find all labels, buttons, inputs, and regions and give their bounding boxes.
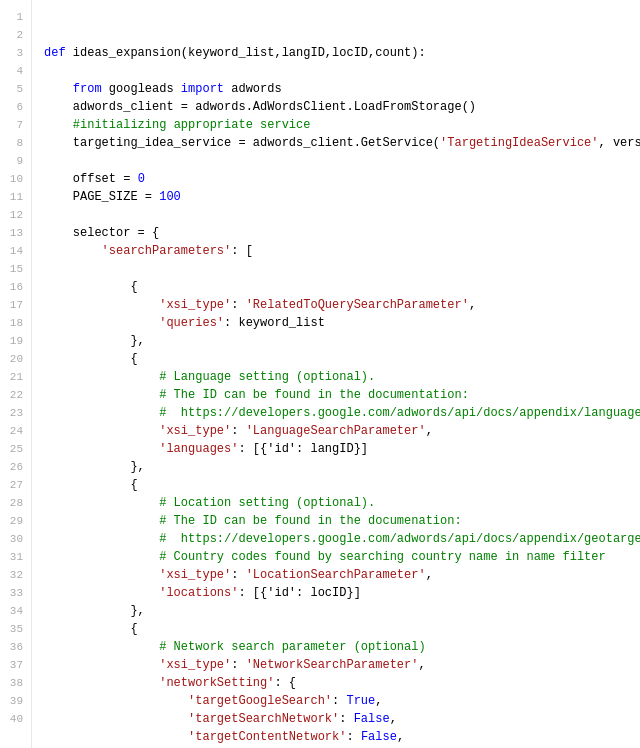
code-line: # Network search parameter (optional) xyxy=(44,638,632,656)
line-number: 24 xyxy=(8,422,23,440)
line-number: 10 xyxy=(8,170,23,188)
token: }, xyxy=(44,334,145,348)
token: , version= xyxy=(599,136,640,150)
code-line: 'queries': keyword_list xyxy=(44,314,632,332)
code-line: }, xyxy=(44,458,632,476)
token: PAGE_SIZE = xyxy=(44,190,159,204)
token: False xyxy=(354,712,390,726)
token xyxy=(44,640,159,654)
line-number: 38 xyxy=(8,674,23,692)
token: 0 xyxy=(138,172,145,186)
code-line: 'xsi_type': 'LocationSearchParameter', xyxy=(44,566,632,584)
line-number: 28 xyxy=(8,494,23,512)
token: 'xsi_type' xyxy=(159,658,231,672)
token: # Location setting (optional). xyxy=(159,496,375,510)
code-line: # Language setting (optional). xyxy=(44,368,632,386)
token xyxy=(44,712,188,726)
code-line: offset = 0 xyxy=(44,170,632,188)
token: def xyxy=(44,46,73,60)
token: , xyxy=(375,694,382,708)
token: googleads xyxy=(102,82,181,96)
token: # https://developers.google.com/adwords/… xyxy=(159,406,640,420)
token: : [ xyxy=(231,244,253,258)
line-number: 9 xyxy=(8,152,23,170)
line-number: 16 xyxy=(8,278,23,296)
token: : xyxy=(339,712,353,726)
code-line: # The ID can be found in the documenatio… xyxy=(44,512,632,530)
line-number: 1 xyxy=(8,8,23,26)
code-line: from googleads import adwords xyxy=(44,80,632,98)
line-number: 8 xyxy=(8,134,23,152)
token: }, xyxy=(44,460,145,474)
token: { xyxy=(44,280,138,294)
token: #initializing appropriate service xyxy=(73,118,311,132)
code-line: 'xsi_type': 'RelatedToQuerySearchParamet… xyxy=(44,296,632,314)
token: : [{'id': locID}] xyxy=(238,586,360,600)
line-number: 13 xyxy=(8,224,23,242)
line-number: 31 xyxy=(8,548,23,566)
token: , xyxy=(418,658,425,672)
token: : xyxy=(332,694,346,708)
code-line: PAGE_SIZE = 100 xyxy=(44,188,632,206)
line-number: 23 xyxy=(8,404,23,422)
line-number: 14 xyxy=(8,242,23,260)
code-line: 'xsi_type': 'NetworkSearchParameter', xyxy=(44,656,632,674)
code-line: # https://developers.google.com/adwords/… xyxy=(44,404,632,422)
token xyxy=(44,586,159,600)
code-line: { xyxy=(44,476,632,494)
token: 'xsi_type' xyxy=(159,424,231,438)
token xyxy=(44,730,188,744)
token: 'languages' xyxy=(159,442,238,456)
code-line: selector = { xyxy=(44,224,632,242)
token xyxy=(44,676,159,690)
token: 'TargetingIdeaService' xyxy=(440,136,598,150)
line-number: 40 xyxy=(8,710,23,728)
code-line: }, xyxy=(44,332,632,350)
code-line: # The ID can be found in the documentati… xyxy=(44,386,632,404)
token xyxy=(44,694,188,708)
code-line xyxy=(44,260,632,278)
token: # The ID can be found in the documenatio… xyxy=(159,514,461,528)
line-number: 17 xyxy=(8,296,23,314)
code-line: targeting_idea_service = adwords_client.… xyxy=(44,134,632,152)
line-number: 15 xyxy=(8,260,23,278)
token: , xyxy=(469,298,476,312)
code-line xyxy=(44,152,632,170)
token xyxy=(44,388,159,402)
token: # https://developers.google.com/adwords/… xyxy=(159,532,640,546)
token: , xyxy=(397,730,404,744)
line-number: 22 xyxy=(8,386,23,404)
token: , xyxy=(426,568,433,582)
token: }, xyxy=(44,604,145,618)
token xyxy=(44,442,159,456)
code-line: { xyxy=(44,620,632,638)
token: ideas_expansion xyxy=(73,46,181,60)
token: True xyxy=(346,694,375,708)
token: 'LocationSearchParameter' xyxy=(246,568,426,582)
token: , xyxy=(390,712,397,726)
token: 'xsi_type' xyxy=(159,298,231,312)
line-number: 29 xyxy=(8,512,23,530)
token: 'targetContentNetwork' xyxy=(188,730,346,744)
token xyxy=(44,82,73,96)
token: 'LanguageSearchParameter' xyxy=(246,424,426,438)
code-line: 'targetSearchNetwork': False, xyxy=(44,710,632,728)
line-number: 20 xyxy=(8,350,23,368)
code-line: 'searchParameters': [ xyxy=(44,242,632,260)
token: , xyxy=(426,424,433,438)
token xyxy=(44,568,159,582)
line-number: 36 xyxy=(8,638,23,656)
token: { xyxy=(44,478,138,492)
token xyxy=(44,496,159,510)
token: import xyxy=(181,82,224,96)
token: : xyxy=(231,568,245,582)
token: offset = xyxy=(44,172,138,186)
line-number: 7 xyxy=(8,116,23,134)
token xyxy=(44,316,159,330)
token: 100 xyxy=(159,190,181,204)
code-content[interactable]: def ideas_expansion(keyword_list,langID,… xyxy=(32,0,640,748)
line-number: 19 xyxy=(8,332,23,350)
line-number: 37 xyxy=(8,656,23,674)
token xyxy=(44,532,159,546)
token: : xyxy=(231,298,245,312)
